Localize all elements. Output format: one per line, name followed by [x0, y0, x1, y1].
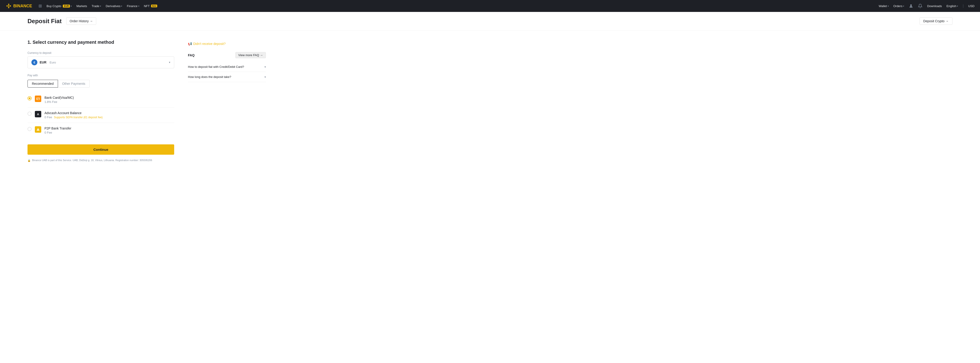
p2p-fee: 0 Fee — [45, 131, 174, 134]
chevron-down-icon: ▾ — [903, 5, 904, 7]
radio-inner — [29, 97, 30, 99]
view-more-faq-button[interactable]: View more FAQ → — [235, 52, 266, 58]
nav-markets[interactable]: Markets — [76, 4, 87, 8]
currency-left: € EUR Euro — [32, 59, 56, 65]
svg-point-5 — [910, 4, 912, 6]
radio-advcash — [27, 111, 32, 116]
right-panel: 📢 Didn't receive deposit? FAQ View more … — [188, 40, 266, 162]
payment-option-advcash[interactable]: A Advcash Account Balance 0 Fee Supports… — [27, 107, 174, 123]
order-history-button[interactable]: Order History → — [66, 18, 96, 25]
main-content: Deposit Fiat Order History → Deposit Cry… — [0, 12, 980, 363]
chevron-down-icon: ▾ — [264, 75, 266, 79]
tab-recommended[interactable]: Recommended — [27, 80, 58, 88]
notifications-icon[interactable] — [918, 4, 923, 8]
currency-code: EUR — [40, 61, 46, 64]
nav-language[interactable]: English ▾ — [947, 4, 958, 8]
payment-options-list: Bank Card(Visa/MC) 1.8% Fee A Advcash Ac… — [27, 92, 174, 138]
logo-text: BINANCE — [13, 4, 32, 8]
bank-card-fee: 1.8% Fee — [45, 100, 174, 103]
footer-note: 🔒 Binance UAB is part of this Service. U… — [27, 159, 174, 162]
user-icon[interactable] — [909, 4, 913, 8]
section-title: 1. Select currency and payment method — [27, 40, 174, 45]
faq-question-1: How long does the deposit take? — [188, 75, 264, 79]
chevron-down-icon: ▾ — [71, 5, 72, 7]
nav-finance[interactable]: Finance ▾ — [127, 4, 139, 8]
nav-divider: | — [963, 4, 964, 8]
advcash-details: Advcash Account Balance 0 Fee Supports S… — [45, 111, 174, 119]
navbar: BINANCE ⊞ Buy Crypto EUR ▾ Markets Trade… — [0, 0, 980, 12]
apps-grid-icon[interactable]: ⊞ — [38, 3, 42, 8]
faq-item-1[interactable]: How long does the deposit take? ▾ — [188, 72, 266, 82]
binance-logo-icon — [5, 3, 12, 9]
left-panel: 1. Select currency and payment method Cu… — [27, 40, 174, 162]
p2p-icon — [35, 126, 41, 133]
bank-card-icon — [35, 96, 41, 102]
page-header-left: Deposit Fiat Order History → — [27, 18, 96, 25]
page-title: Deposit Fiat — [27, 18, 62, 25]
faq-title: FAQ — [188, 53, 194, 57]
p2p-details: P2P Bank Transfer 0 Fee — [45, 126, 174, 134]
didnt-receive-link[interactable]: 📢 Didn't receive deposit? — [188, 42, 266, 46]
dropdown-arrow-icon: ▾ — [169, 61, 170, 64]
nav-buy-crypto[interactable]: Buy Crypto EUR ▾ — [46, 4, 72, 8]
currency-label: Currency to deposit — [27, 51, 174, 54]
payment-option-p2p[interactable]: P2P Bank Transfer 0 Fee — [27, 123, 174, 138]
advcash-name: Advcash Account Balance — [45, 111, 174, 115]
chevron-down-icon: ▾ — [264, 65, 266, 68]
currency-icon: € — [32, 59, 37, 65]
svg-marker-4 — [8, 5, 10, 7]
chevron-down-icon: ▾ — [121, 5, 122, 7]
currency-select[interactable]: € EUR Euro ▾ — [27, 56, 174, 68]
page-header: Deposit Fiat Order History → Deposit Cry… — [0, 12, 980, 30]
faq-header: FAQ View more FAQ → — [188, 52, 266, 58]
svg-marker-0 — [8, 4, 10, 5]
nav-nft[interactable]: NFT New — [144, 4, 157, 8]
svg-marker-7 — [37, 128, 40, 131]
navbar-right: Wallet ▾ Orders ▾ Downloads English ▾ | … — [879, 4, 975, 8]
nav-trade[interactable]: Trade ▾ — [92, 4, 101, 8]
tab-other-payments[interactable]: Other Payments — [58, 80, 90, 88]
chevron-down-icon: ▾ — [100, 5, 101, 7]
sepa-note: Supports SEPA transfer (€1 deposit fee) — [54, 116, 103, 119]
advcash-icon: A — [35, 111, 41, 117]
nav-downloads[interactable]: Downloads — [927, 4, 942, 8]
bank-card-name: Bank Card(Visa/MC) — [45, 96, 174, 99]
continue-button[interactable]: Continue — [27, 144, 174, 155]
nav-wallet[interactable]: Wallet ▾ — [879, 4, 889, 8]
chevron-down-icon: ▾ — [957, 5, 958, 7]
body-layout: 1. Select currency and payment method Cu… — [0, 30, 980, 171]
p2p-name: P2P Bank Transfer — [45, 126, 174, 130]
megaphone-icon: 📢 — [188, 42, 192, 46]
faq-item-0[interactable]: How to deposit fiat with Credit/Debit Ca… — [188, 62, 266, 72]
faq-question-0: How to deposit fiat with Credit/Debit Ca… — [188, 65, 264, 68]
chevron-down-icon: ▾ — [888, 5, 889, 7]
pay-with-label: Pay with — [27, 74, 174, 77]
payment-option-bank-card[interactable]: Bank Card(Visa/MC) 1.8% Fee — [27, 92, 174, 107]
svg-marker-1 — [6, 5, 8, 7]
nav-currency[interactable]: USD — [968, 4, 975, 8]
advcash-fee: 0 Fee Supports SEPA transfer (€1 deposit… — [45, 116, 174, 119]
deposit-crypto-button[interactable]: Deposit Crypto → — [920, 18, 953, 25]
nav-orders[interactable]: Orders ▾ — [893, 4, 904, 8]
svg-marker-2 — [10, 5, 11, 7]
logo[interactable]: BINANCE — [5, 3, 32, 9]
svg-rect-6 — [37, 98, 40, 100]
info-icon: 🔒 — [27, 159, 31, 162]
nav-derivatives[interactable]: Derivatives ▾ — [106, 4, 122, 8]
currency-full-name: Euro — [50, 61, 56, 64]
bank-card-details: Bank Card(Visa/MC) 1.8% Fee — [45, 96, 174, 103]
chevron-down-icon: ▾ — [138, 5, 139, 7]
radio-p2p — [27, 127, 32, 131]
svg-marker-3 — [8, 7, 10, 8]
payment-tabs: Recommended Other Payments — [27, 80, 174, 88]
radio-bank-card — [27, 96, 32, 100]
faq-section: FAQ View more FAQ → How to deposit fiat … — [188, 52, 266, 82]
